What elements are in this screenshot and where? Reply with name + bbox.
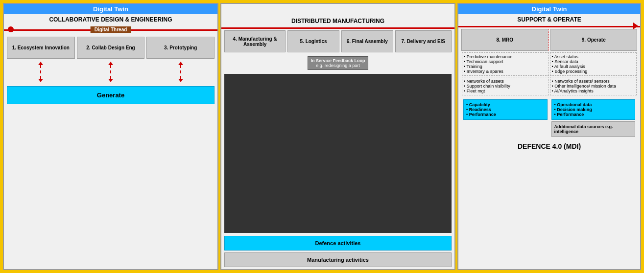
dbl-arrow-1	[7, 62, 75, 82]
left-panel-subheader: COLLABORATIVE DESIGN & ENGINEERING	[4, 14, 217, 24]
left-panel-header: Digital Twin	[4, 4, 217, 14]
generate-button[interactable]: Generate	[7, 86, 215, 104]
mro-bullet-3: • Training	[464, 64, 547, 69]
operate-bullet-1: • Asset status	[552, 54, 635, 59]
feedback-area: In Service Feedback Loop e.g. redesignin…	[221, 53, 454, 73]
center-bottom-area: Defence activities Manufacturing activit…	[221, 234, 454, 269]
thread-start-circle	[8, 26, 14, 32]
operational-box: • Operational data • Decision making • P…	[551, 99, 636, 120]
right-mid-content: • Networks of assets • Support chain vis…	[458, 76, 640, 96]
stage-6-box: 6. Final Assembly	[341, 30, 393, 52]
manufacturing-activities-box: Manufacturing activities	[224, 252, 452, 267]
stage-4-box: 4. Manufacturing & Assembly	[224, 30, 286, 52]
center-stages-row: 4. Manufacturing & Assembly 5. Logistics…	[221, 29, 454, 53]
arrow-down-3	[178, 79, 183, 82]
center-panel: DISTRIBUTED MANUFACTURING 4. Manufacturi…	[220, 3, 455, 270]
arrow-up-3	[178, 62, 183, 65]
left-stages-row: 1. Ecosystem Innovation 2. Collab Design…	[4, 36, 217, 60]
operate-top-bullets: • Asset status • Sensor data • AI fault …	[550, 52, 637, 76]
main-container: Digital Twin COLLABORATIVE DESIGN & ENGI…	[0, 0, 644, 273]
operate-mid-bullet-3: • AI/Analytics insights	[552, 89, 635, 93]
right-panel-subheader: SUPPORT & OPERATE	[458, 14, 640, 24]
digital-thread-label: Digital Thread	[91, 26, 131, 33]
operational-col: • Operational data • Decision making • P…	[550, 96, 637, 140]
dbl-arrow-3	[146, 62, 215, 82]
center-dark-area	[224, 74, 452, 233]
center-panel-header: DISTRIBUTED MANUFACTURING	[221, 4, 454, 25]
stage-7-box: 7. Delivery and EIS	[395, 30, 452, 52]
arrow-up-1	[38, 62, 43, 65]
left-arrows-row	[4, 60, 217, 84]
mro-mid-bullet-3: • Fleet mgt	[464, 89, 547, 93]
mro-mid-bullet-2: • Support chain visibility	[464, 84, 547, 89]
stage-8-box: 8. MRO	[461, 29, 549, 51]
mro-top-bullets: • Predictive maintenance • Technician su…	[462, 52, 549, 76]
digital-thread-row: Digital Thread	[4, 24, 217, 35]
operate-mid-bullet-2: • Other intelligence/ mission data	[552, 84, 635, 89]
operate-mid-bullet-1: • Networks of assets/ sensors	[552, 79, 635, 84]
mro-bullet-1: • Predictive maintenance	[464, 54, 547, 59]
left-panel: Digital Twin COLLABORATIVE DESIGN & ENGI…	[3, 3, 218, 270]
arrow-up-2	[108, 62, 113, 65]
mro-bullet-4: • Inventory & spares	[464, 69, 547, 74]
feedback-box: In Service Feedback Loop e.g. redesignin…	[308, 56, 368, 70]
right-panel: Digital Twin SUPPORT & OPERATE 8. MRO 9.…	[457, 3, 641, 270]
mro-bullet-2: • Technician support	[464, 59, 547, 64]
right-panel-header: Digital Twin	[458, 4, 640, 14]
stage-2-box: 2. Collab Design Eng	[77, 37, 145, 59]
capability-col: • Capability • Readiness • Performance	[462, 96, 549, 140]
mro-mid-bullet-1: • Networks of assets	[464, 79, 547, 84]
dbl-arrow-2	[77, 62, 145, 82]
stage-1-box: 1. Ecosystem Innovation	[7, 37, 75, 59]
additional-box: Additional data sources e.g. intelligenc…	[551, 121, 636, 137]
right-bottom-content: • Capability • Readiness • Performance •…	[458, 96, 640, 140]
operate-bullet-3: • AI fault analysis	[552, 64, 635, 69]
stage-9-box: 9. Operate	[550, 29, 638, 51]
capability-box: • Capability • Readiness • Performance	[463, 99, 548, 120]
arrow-down-1	[38, 79, 43, 82]
defence-footer: DEFENCE 4.0 (MDI)	[458, 140, 640, 152]
operate-bullet-4: • Edge processing	[552, 69, 635, 74]
stage-3-box: 3. Prototyping	[146, 37, 215, 59]
mro-mid-bullets: • Networks of assets • Support chain vis…	[462, 77, 549, 95]
operate-bullet-2: • Sensor data	[552, 59, 635, 64]
right-top-content: • Predictive maintenance • Technician su…	[458, 52, 640, 76]
defence-activities-box: Defence activities	[224, 236, 452, 250]
stage-5-box: 5. Logistics	[287, 30, 339, 52]
right-stages-row: 8. MRO 9. Operate	[458, 28, 640, 52]
operate-mid-bullets: • Networks of assets/ sensors • Other in…	[550, 77, 637, 95]
arrow-down-2	[108, 79, 113, 82]
